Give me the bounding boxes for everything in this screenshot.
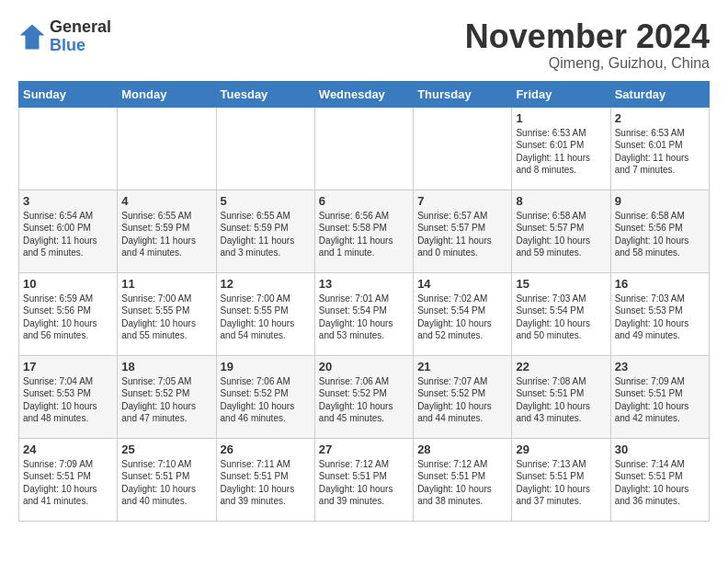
day-info: Sunrise: 7:03 AM Sunset: 5:53 PM Dayligh…	[615, 293, 705, 342]
logo: General Blue	[18, 18, 111, 55]
day-number: 12	[221, 277, 311, 291]
day-number: 24	[23, 442, 113, 456]
week-row-1: 1Sunrise: 6:53 AM Sunset: 6:01 PM Daylig…	[19, 107, 710, 190]
day-info: Sunrise: 7:12 AM Sunset: 5:51 PM Dayligh…	[417, 458, 507, 508]
day-cell: 5Sunrise: 6:55 AM Sunset: 5:59 PM Daylig…	[216, 190, 314, 272]
week-row-2: 3Sunrise: 6:54 AM Sunset: 6:00 PM Daylig…	[19, 190, 710, 272]
day-info: Sunrise: 6:57 AM Sunset: 5:57 PM Dayligh…	[417, 210, 507, 259]
day-info: Sunrise: 7:05 AM Sunset: 5:52 PM Dayligh…	[121, 375, 211, 425]
day-cell: 30Sunrise: 7:14 AM Sunset: 5:51 PM Dayli…	[610, 438, 709, 521]
day-number: 26	[221, 442, 311, 456]
day-info: Sunrise: 7:02 AM Sunset: 5:54 PM Dayligh…	[417, 293, 507, 342]
day-cell: 29Sunrise: 7:13 AM Sunset: 5:51 PM Dayli…	[512, 438, 610, 521]
day-number: 28	[417, 442, 507, 456]
col-header-wednesday: Wednesday	[314, 81, 413, 107]
day-info: Sunrise: 7:12 AM Sunset: 5:51 PM Dayligh…	[319, 458, 409, 508]
logo-icon	[18, 23, 46, 51]
day-cell: 1Sunrise: 6:53 AM Sunset: 6:01 PM Daylig…	[512, 107, 610, 190]
day-info: Sunrise: 7:09 AM Sunset: 5:51 PM Dayligh…	[23, 458, 113, 508]
day-info: Sunrise: 7:04 AM Sunset: 5:53 PM Dayligh…	[23, 375, 113, 425]
day-info: Sunrise: 6:59 AM Sunset: 5:56 PM Dayligh…	[23, 293, 113, 342]
day-info: Sunrise: 6:56 AM Sunset: 5:58 PM Dayligh…	[319, 210, 409, 259]
day-number: 4	[121, 194, 211, 208]
day-number: 15	[516, 277, 606, 291]
day-info: Sunrise: 7:11 AM Sunset: 5:51 PM Dayligh…	[221, 458, 311, 508]
day-info: Sunrise: 7:06 AM Sunset: 5:52 PM Dayligh…	[221, 375, 311, 425]
day-number: 1	[516, 111, 606, 125]
title-block: November 2024 Qimeng, Guizhou, China	[465, 18, 710, 72]
day-info: Sunrise: 7:14 AM Sunset: 5:51 PM Dayligh…	[615, 458, 705, 508]
day-number: 19	[221, 360, 311, 373]
week-row-5: 24Sunrise: 7:09 AM Sunset: 5:51 PM Dayli…	[19, 438, 710, 521]
location: Qimeng, Guizhou, China	[465, 55, 710, 72]
day-info: Sunrise: 6:58 AM Sunset: 5:56 PM Dayligh…	[615, 210, 705, 259]
day-cell: 19Sunrise: 7:06 AM Sunset: 5:52 PM Dayli…	[216, 355, 314, 438]
day-cell: 10Sunrise: 6:59 AM Sunset: 5:56 PM Dayli…	[19, 272, 118, 355]
day-info: Sunrise: 7:08 AM Sunset: 5:51 PM Dayligh…	[516, 375, 606, 425]
day-info: Sunrise: 6:55 AM Sunset: 5:59 PM Dayligh…	[221, 210, 311, 259]
day-cell: 6Sunrise: 6:56 AM Sunset: 5:58 PM Daylig…	[314, 190, 413, 272]
day-cell: 24Sunrise: 7:09 AM Sunset: 5:51 PM Dayli…	[19, 438, 118, 521]
page-header: General Blue November 2024 Qimeng, Guizh…	[18, 18, 710, 72]
col-header-saturday: Saturday	[610, 81, 709, 107]
day-info: Sunrise: 7:10 AM Sunset: 5:51 PM Dayligh…	[121, 458, 211, 508]
calendar-table: SundayMondayTuesdayWednesdayThursdayFrid…	[18, 81, 710, 522]
day-cell: 16Sunrise: 7:03 AM Sunset: 5:53 PM Dayli…	[610, 272, 709, 355]
day-cell: 9Sunrise: 6:58 AM Sunset: 5:56 PM Daylig…	[610, 190, 709, 272]
day-number: 9	[615, 194, 705, 208]
header-row: SundayMondayTuesdayWednesdayThursdayFrid…	[19, 81, 710, 107]
day-cell: 26Sunrise: 7:11 AM Sunset: 5:51 PM Dayli…	[216, 438, 314, 521]
day-info: Sunrise: 7:07 AM Sunset: 5:52 PM Dayligh…	[417, 375, 507, 425]
day-cell: 2Sunrise: 6:53 AM Sunset: 6:01 PM Daylig…	[610, 107, 709, 190]
day-number: 21	[417, 360, 507, 373]
col-header-monday: Monday	[118, 81, 216, 107]
day-number: 13	[319, 277, 409, 291]
day-cell: 21Sunrise: 7:07 AM Sunset: 5:52 PM Dayli…	[414, 355, 512, 438]
day-number: 10	[23, 277, 113, 291]
day-info: Sunrise: 6:53 AM Sunset: 6:01 PM Dayligh…	[516, 127, 606, 177]
day-info: Sunrise: 7:09 AM Sunset: 5:51 PM Dayligh…	[615, 375, 705, 425]
col-header-sunday: Sunday	[19, 81, 118, 107]
day-cell: 8Sunrise: 6:58 AM Sunset: 5:57 PM Daylig…	[512, 190, 610, 272]
day-cell: 27Sunrise: 7:12 AM Sunset: 5:51 PM Dayli…	[314, 438, 413, 521]
day-info: Sunrise: 6:53 AM Sunset: 6:01 PM Dayligh…	[615, 127, 705, 177]
col-header-tuesday: Tuesday	[216, 81, 314, 107]
day-cell: 22Sunrise: 7:08 AM Sunset: 5:51 PM Dayli…	[512, 355, 610, 438]
day-cell: 23Sunrise: 7:09 AM Sunset: 5:51 PM Dayli…	[610, 355, 709, 438]
day-cell: 13Sunrise: 7:01 AM Sunset: 5:54 PM Dayli…	[314, 272, 413, 355]
day-cell: 4Sunrise: 6:55 AM Sunset: 5:59 PM Daylig…	[118, 190, 216, 272]
day-info: Sunrise: 7:00 AM Sunset: 5:55 PM Dayligh…	[121, 293, 211, 342]
day-info: Sunrise: 6:58 AM Sunset: 5:57 PM Dayligh…	[516, 210, 606, 259]
day-cell: 20Sunrise: 7:06 AM Sunset: 5:52 PM Dayli…	[314, 355, 413, 438]
day-number: 18	[121, 360, 211, 373]
day-number: 3	[23, 194, 113, 208]
month-title: November 2024	[465, 18, 710, 55]
day-cell: 25Sunrise: 7:10 AM Sunset: 5:51 PM Dayli…	[118, 438, 216, 521]
logo-blue: Blue	[50, 37, 111, 55]
col-header-friday: Friday	[512, 81, 610, 107]
logo-general: General	[50, 18, 111, 37]
day-cell: 11Sunrise: 7:00 AM Sunset: 5:55 PM Dayli…	[118, 272, 216, 355]
day-cell	[118, 107, 216, 190]
week-row-4: 17Sunrise: 7:04 AM Sunset: 5:53 PM Dayli…	[19, 355, 710, 438]
day-number: 25	[121, 442, 211, 456]
day-cell: 12Sunrise: 7:00 AM Sunset: 5:55 PM Dayli…	[216, 272, 314, 355]
day-cell: 3Sunrise: 6:54 AM Sunset: 6:00 PM Daylig…	[19, 190, 118, 272]
day-number: 20	[319, 360, 409, 373]
day-number: 27	[319, 442, 409, 456]
day-info: Sunrise: 7:13 AM Sunset: 5:51 PM Dayligh…	[516, 458, 606, 508]
svg-marker-0	[20, 24, 45, 49]
day-cell: 18Sunrise: 7:05 AM Sunset: 5:52 PM Dayli…	[118, 355, 216, 438]
col-header-thursday: Thursday	[414, 81, 512, 107]
day-number: 2	[615, 111, 705, 125]
day-info: Sunrise: 7:06 AM Sunset: 5:52 PM Dayligh…	[319, 375, 409, 425]
day-number: 8	[516, 194, 606, 208]
day-number: 5	[221, 194, 311, 208]
day-cell: 28Sunrise: 7:12 AM Sunset: 5:51 PM Dayli…	[414, 438, 512, 521]
day-number: 17	[23, 360, 113, 373]
day-number: 14	[417, 277, 507, 291]
logo-text: General Blue	[50, 18, 111, 55]
week-row-3: 10Sunrise: 6:59 AM Sunset: 5:56 PM Dayli…	[19, 272, 710, 355]
day-number: 16	[615, 277, 705, 291]
day-cell: 15Sunrise: 7:03 AM Sunset: 5:54 PM Dayli…	[512, 272, 610, 355]
